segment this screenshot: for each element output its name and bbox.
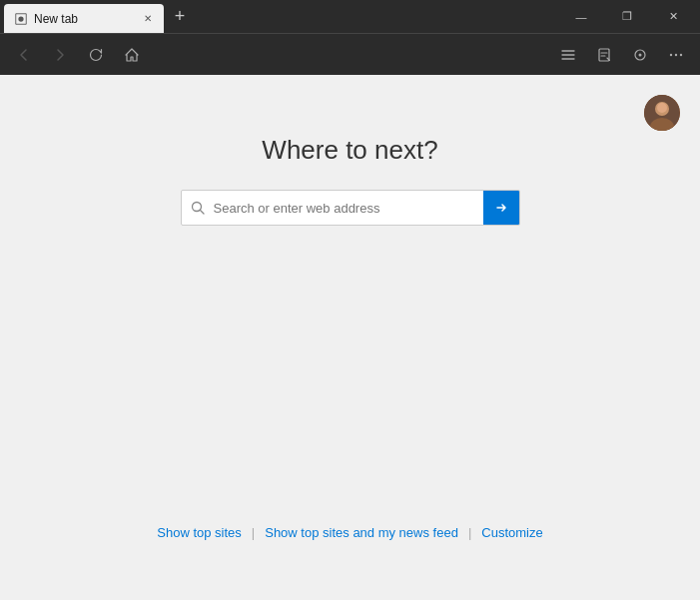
show-top-sites-link[interactable]: Show top sites [157,525,242,540]
close-button[interactable]: ✕ [650,0,696,33]
active-tab[interactable]: New tab ✕ [4,4,164,33]
separator-1: | [252,525,255,540]
svg-line-12 [200,211,204,215]
hamburger-button[interactable] [552,39,584,71]
tab-title: New tab [34,12,134,26]
search-bar [181,190,520,226]
search-input[interactable] [214,201,483,216]
search-submit-button[interactable] [483,190,519,226]
back-button[interactable] [8,39,40,71]
new-tab-button[interactable]: + [166,3,194,31]
main-content: Where to next? Show top sites | Show top… [0,75,700,600]
svg-point-3 [639,53,642,56]
bottom-links: Show top sites | Show top sites and my n… [157,525,542,540]
forward-button[interactable] [44,39,76,71]
extensions-button[interactable] [624,39,656,71]
notes-button[interactable] [588,39,620,71]
minimize-button[interactable]: — [558,0,604,33]
more-button[interactable] [660,39,692,71]
show-top-sites-news-link[interactable]: Show top sites and my news feed [265,525,458,540]
tab-area: New tab ✕ + [4,0,558,33]
tab-favicon [14,12,28,26]
customize-link[interactable]: Customize [481,525,542,540]
search-icon [182,190,214,226]
svg-point-10 [657,103,667,113]
svg-point-6 [680,53,682,55]
home-button[interactable] [116,39,148,71]
avatar-image [644,95,680,131]
refresh-button[interactable] [80,39,112,71]
profile-avatar[interactable] [644,95,680,131]
tab-close-button[interactable]: ✕ [140,11,156,27]
separator-2: | [468,525,471,540]
svg-point-4 [670,53,672,55]
page-title: Where to next? [262,135,437,166]
svg-point-0 [18,16,23,21]
nav-bar [0,33,700,75]
nav-right-buttons [552,39,692,71]
svg-point-5 [675,53,677,55]
window-controls: — ❐ ✕ [558,0,696,33]
restore-button[interactable]: ❐ [604,0,650,33]
title-bar: New tab ✕ + — ❐ ✕ [0,0,700,33]
